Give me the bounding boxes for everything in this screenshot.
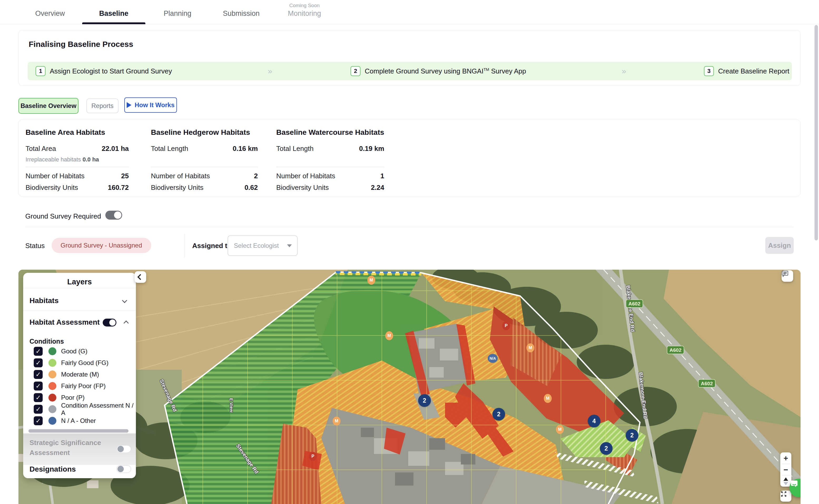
condition-row-fairly-good: ✓ Fairly Good (FG) [23, 358, 136, 368]
irreplaceable-value: 0.0 ha [82, 156, 99, 163]
chat-icon [790, 479, 799, 488]
habitat-assessment-toggle[interactable] [103, 319, 116, 327]
condition-marker-moderate[interactable]: M [385, 331, 393, 340]
reports-button[interactable]: Reports [86, 98, 119, 113]
divider [276, 167, 384, 167]
parcel-marker[interactable]: 2 [600, 442, 613, 455]
zoom-in-button[interactable]: + [780, 452, 791, 464]
step-3-number: 3 [704, 66, 714, 76]
road-badge: A602 [628, 301, 640, 307]
checkbox-checked-icon[interactable]: ✓ [34, 370, 43, 379]
ground-survey-toggle[interactable] [105, 211, 122, 220]
process-step-3: 3 Create Baseline Report [704, 62, 789, 80]
num-habitats-row: Number of Habitats 25 [26, 172, 129, 180]
tab-planning[interactable]: Planning [164, 9, 191, 18]
page-scrollbar[interactable] [815, 25, 818, 240]
active-tab-underline [82, 22, 145, 24]
tab-submission[interactable]: Submission [223, 9, 260, 18]
checkbox-checked-icon[interactable]: ✓ [34, 347, 43, 356]
ground-survey-required-label: Ground Survey Required [25, 212, 101, 220]
condition-label: Condition Assessment N / A [61, 402, 136, 417]
process-steps-banner: 1 Assign Ecologist to Start Ground Surve… [28, 62, 792, 80]
designations-label: Designations [29, 465, 76, 473]
total-length-label: Total Length [151, 145, 188, 152]
step-2-label-after: Survey App [489, 67, 526, 75]
checkbox-checked-icon[interactable]: ✓ [34, 358, 43, 367]
parcel-marker[interactable]: 2 [418, 394, 431, 407]
condition-row-good: ✓ Good (G) [23, 346, 136, 357]
chevron-up-icon[interactable] [124, 320, 129, 326]
conditions-scrollbar[interactable] [28, 429, 129, 433]
toggle-knob [117, 446, 124, 452]
step-2-tm: TM [483, 67, 489, 72]
total-area-row: Total Area 22.01 ha [26, 145, 129, 153]
fullscreen-button[interactable] [780, 491, 791, 502]
checkbox-checked-icon[interactable]: ✓ [34, 382, 43, 391]
parcel-marker[interactable]: 2 [492, 408, 505, 421]
total-length-row: Total Length 0.19 km [276, 145, 384, 153]
condition-marker-moderate[interactable]: M [544, 394, 552, 403]
condition-marker-poor[interactable]: P [502, 321, 510, 330]
num-habitats-value: 2 [254, 172, 258, 180]
toggle-knob [117, 466, 124, 472]
watercourse-habitats-title: Baseline Watercourse Habitats [276, 128, 384, 137]
condition-color-dot [48, 417, 56, 425]
tab-baseline[interactable]: Baseline [99, 9, 128, 18]
checkbox-checked-icon[interactable]: ✓ [34, 416, 43, 425]
step-2-number: 2 [351, 66, 361, 76]
step-separator-icon: » [268, 62, 272, 80]
tilt-down-icon [783, 482, 788, 485]
designations-toggle[interactable] [116, 465, 131, 473]
map-comment-button[interactable] [782, 270, 793, 282]
biodiversity-units-value: 2.24 [371, 184, 384, 192]
condition-marker-moderate[interactable]: M [556, 425, 564, 434]
condition-color-dot [48, 347, 56, 355]
checkbox-checked-icon[interactable]: ✓ [34, 405, 43, 414]
road-badge: A602 [701, 381, 713, 386]
ecologist-select[interactable]: Select Ecologist [228, 235, 298, 256]
baseline-overview-button[interactable]: Baseline Overview [18, 98, 78, 114]
finalising-baseline-card: Finalising Baseline Process 1 Assign Eco… [18, 30, 801, 86]
layers-collapse-button[interactable] [135, 271, 146, 283]
step-1-number: 1 [36, 66, 46, 76]
total-area-value: 22.01 ha [102, 145, 129, 153]
tilt-up-icon [783, 477, 788, 481]
condition-marker-poor[interactable]: P [309, 452, 317, 461]
condition-row-moderate: ✓ Moderate (M) [23, 369, 136, 380]
strategic-significance-toggle[interactable] [116, 445, 131, 453]
strategic-significance-label: Strategic Significance Assessment [29, 438, 108, 458]
condition-marker-na[interactable]: N/A [488, 354, 498, 363]
condition-marker-moderate[interactable]: M [526, 343, 534, 352]
zoom-out-button[interactable]: − [780, 464, 791, 475]
condition-label: Moderate (M) [61, 371, 99, 378]
layers-panel-title: Layers [23, 278, 136, 286]
chevron-down-icon[interactable] [122, 298, 127, 303]
road-badge: A602 [669, 347, 681, 353]
parcel-marker[interactable]: 2 [626, 429, 638, 442]
condition-marker-moderate[interactable]: M [333, 417, 341, 426]
condition-color-dot [48, 382, 56, 390]
step-1-label: Assign Ecologist to Start Ground Survey [50, 67, 172, 75]
condition-row-na: ✓ Condition Assessment N / A [23, 404, 136, 414]
tab-monitoring[interactable]: Monitoring [288, 9, 321, 18]
assign-button[interactable]: Assign [765, 237, 794, 254]
habitat-assessment-label: Habitat Assessment [29, 318, 100, 327]
area-habitats-column: Baseline Area Habitats Total Area 22.01 … [26, 120, 129, 196]
habitat-map[interactable]: Blakemore End Rd Blakemore End Rd Steven… [18, 270, 801, 504]
parcel-marker[interactable]: 4 [588, 415, 600, 427]
num-habitats-row: Number of Habitats 1 [276, 172, 384, 180]
condition-color-dot [48, 405, 56, 413]
condition-color-dot [48, 394, 56, 402]
condition-row-fairly-poor: ✓ Fairly Poor (FP) [23, 381, 136, 391]
process-title: Finalising Baseline Process [29, 40, 133, 49]
process-step-2: 2 Complete Ground Survey using BNGAITM S… [351, 62, 526, 80]
how-it-works-button[interactable]: How It Works [124, 97, 177, 113]
total-area-label: Total Area [26, 145, 56, 152]
watercourse-habitats-column: Baseline Watercourse Habitats Total Leng… [276, 120, 384, 196]
tab-overview[interactable]: Overview [35, 9, 65, 18]
irreplaceable-label: Irreplaceable habitats [26, 156, 81, 163]
step-3-label: Create Baseline Report [718, 67, 789, 75]
divider [25, 227, 794, 227]
checkbox-checked-icon[interactable]: ✓ [34, 393, 43, 402]
condition-marker-moderate[interactable]: M [367, 276, 375, 285]
